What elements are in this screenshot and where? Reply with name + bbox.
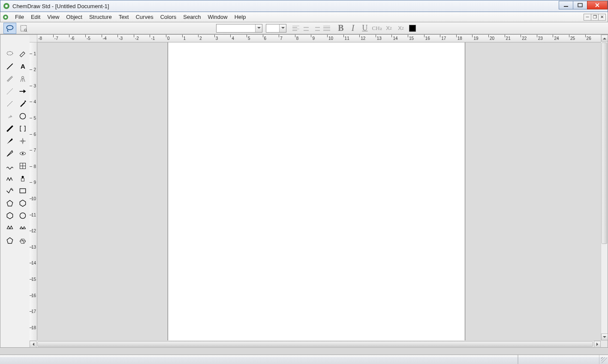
ruler-tick-label: -1 bbox=[151, 36, 155, 41]
menu-view[interactable]: View bbox=[44, 13, 63, 21]
pen-tool[interactable] bbox=[16, 97, 29, 110]
font-size-combo[interactable] bbox=[266, 24, 286, 33]
svg-line-16 bbox=[7, 88, 12, 94]
benzene-tool[interactable] bbox=[16, 197, 29, 209]
svg-line-18 bbox=[7, 105, 8, 106]
svg-line-22 bbox=[12, 101, 12, 102]
align-right-button[interactable] bbox=[311, 24, 322, 33]
window-controls bbox=[559, 0, 608, 12]
bold-button[interactable]: B bbox=[335, 24, 346, 33]
mdi-minimize-button[interactable]: ─ bbox=[584, 14, 591, 21]
document-icon bbox=[2, 14, 9, 21]
menu-text[interactable]: Text bbox=[115, 13, 132, 21]
svg-point-10 bbox=[7, 51, 12, 55]
ruler-tick-label: 26 bbox=[587, 36, 591, 41]
align-justify-button[interactable] bbox=[322, 24, 332, 33]
underline-button[interactable]: U bbox=[359, 24, 370, 33]
ruler-tick-label: 3 bbox=[216, 36, 218, 41]
vertical-scroll-thumb[interactable] bbox=[602, 42, 607, 244]
status-info bbox=[518, 355, 599, 364]
scroll-up-button[interactable] bbox=[601, 35, 608, 42]
subscript-button[interactable]: X2 bbox=[383, 24, 394, 33]
svg-text:A: A bbox=[21, 63, 25, 70]
vertical-ruler[interactable]: 123456789101112131415161718 bbox=[30, 42, 37, 340]
dashed-bond-tool[interactable] bbox=[3, 85, 16, 97]
menu-help[interactable]: Help bbox=[231, 13, 250, 21]
canvas-viewport[interactable] bbox=[37, 42, 601, 340]
rectangle-tool[interactable] bbox=[16, 184, 29, 197]
mdi-close-button[interactable]: ✕ bbox=[598, 14, 606, 21]
cyclopentadiene-tool[interactable] bbox=[3, 197, 16, 209]
ruler-tick-label: 12 bbox=[361, 36, 365, 41]
vertical-scrollbar[interactable] bbox=[601, 35, 608, 340]
menu-colors[interactable]: Colors bbox=[157, 13, 180, 21]
hollow-wedge-tool[interactable] bbox=[3, 147, 16, 159]
bracket-tool[interactable] bbox=[16, 122, 29, 135]
align-center-button[interactable] bbox=[301, 24, 311, 33]
scroll-right-button[interactable] bbox=[594, 341, 601, 348]
wavy-bond-tool[interactable] bbox=[3, 159, 16, 172]
arrow-tool[interactable] bbox=[16, 85, 29, 97]
dropdown-icon[interactable] bbox=[255, 24, 262, 32]
cyclohexane-alt-tool[interactable] bbox=[16, 209, 29, 222]
acyclic-chain-tool[interactable] bbox=[3, 184, 16, 197]
maximize-button[interactable] bbox=[573, 1, 587, 9]
mdi-restore-button[interactable]: ❐ bbox=[591, 14, 599, 21]
svg-line-11 bbox=[7, 63, 12, 69]
menu-window[interactable]: Window bbox=[204, 13, 231, 21]
svg-line-19 bbox=[9, 104, 9, 105]
solid-bond-tool[interactable] bbox=[3, 60, 16, 72]
lasso-structure-tool[interactable] bbox=[3, 48, 16, 60]
chair-cyclohexane-tool[interactable] bbox=[16, 234, 29, 247]
cyclopentane-tool[interactable] bbox=[3, 234, 16, 247]
horizontal-ruler[interactable]: -8-7-6-5-4-3-2-1012345678910111213141516… bbox=[37, 35, 601, 42]
lasso-tool[interactable] bbox=[3, 23, 16, 34]
marquee-tool[interactable] bbox=[17, 23, 30, 34]
menu-search[interactable]: Search bbox=[180, 13, 204, 21]
horizontal-scroll-thumb[interactable] bbox=[37, 341, 593, 347]
cycloheptane-ring-tool[interactable] bbox=[16, 222, 29, 234]
svg-line-20 bbox=[9, 103, 10, 104]
superscript-button[interactable]: X2 bbox=[395, 24, 406, 33]
menu-object[interactable]: Object bbox=[63, 13, 86, 21]
ruler-tick-label: 2 bbox=[33, 67, 36, 72]
text-tool[interactable]: A bbox=[16, 60, 29, 72]
hashed-wedge-tool[interactable] bbox=[3, 110, 16, 122]
atom-reaction-tool[interactable] bbox=[16, 135, 29, 147]
menu-curves[interactable]: Curves bbox=[132, 13, 157, 21]
svg-point-23 bbox=[24, 100, 26, 102]
chem-symbol-tool[interactable] bbox=[16, 72, 29, 85]
eraser-tool[interactable] bbox=[16, 48, 29, 60]
ruler-tick-label: 14 bbox=[31, 261, 36, 265]
dropdown-icon[interactable] bbox=[279, 24, 286, 32]
menu-edit[interactable]: Edit bbox=[27, 13, 44, 21]
menu-file[interactable]: File bbox=[12, 13, 27, 21]
template-tool[interactable] bbox=[16, 172, 29, 184]
align-left-button[interactable] bbox=[291, 24, 301, 33]
circle-tool[interactable] bbox=[16, 110, 29, 122]
menu-structure[interactable]: Structure bbox=[86, 13, 115, 21]
hashed-bond-tool[interactable] bbox=[3, 97, 16, 110]
text-color-swatch[interactable] bbox=[409, 25, 416, 32]
bold-bond-tool[interactable] bbox=[3, 122, 16, 135]
ruler-tick-label: 19 bbox=[473, 36, 478, 41]
cyclopropane-ring-tool[interactable] bbox=[3, 222, 16, 234]
resize-grip[interactable] bbox=[599, 355, 608, 364]
table-tool[interactable] bbox=[16, 159, 29, 172]
chain-tool[interactable] bbox=[3, 172, 16, 184]
scroll-down-button[interactable] bbox=[601, 334, 608, 340]
svg-point-38 bbox=[22, 153, 23, 154]
formula-button[interactable]: CH₂ bbox=[371, 24, 382, 33]
document-page[interactable] bbox=[168, 42, 465, 340]
close-button[interactable] bbox=[587, 1, 608, 9]
multiple-bonds-tool[interactable] bbox=[3, 72, 16, 85]
orbital-tool[interactable] bbox=[16, 147, 29, 159]
font-name-combo[interactable] bbox=[216, 24, 262, 33]
cyclohexane-tool[interactable] bbox=[3, 209, 16, 222]
svg-line-27 bbox=[10, 116, 11, 117]
horizontal-scrollbar[interactable] bbox=[30, 340, 601, 347]
wedge-bond-tool[interactable] bbox=[3, 135, 16, 147]
minimize-button[interactable] bbox=[559, 1, 573, 9]
italic-button[interactable]: I bbox=[347, 24, 358, 33]
scroll-left-button[interactable] bbox=[30, 341, 36, 348]
